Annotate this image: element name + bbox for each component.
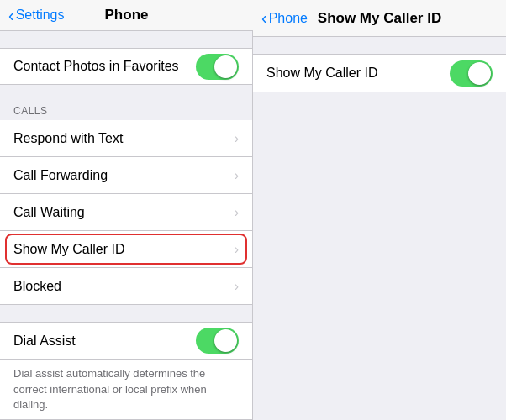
call-waiting-label: Call Waiting — [13, 205, 235, 220]
right-nav-bar: ‹ Phone Show My Caller ID — [253, 0, 506, 37]
respond-with-text-item[interactable]: Respond with Text › — [0, 120, 252, 157]
left-nav-title: Phone — [105, 7, 149, 24]
chevron-icon-forwarding: › — [235, 168, 239, 183]
caller-id-item[interactable]: Show My Caller ID — [253, 55, 506, 92]
chevron-icon-callerid: › — [235, 242, 239, 257]
right-content: Show My Caller ID — [253, 37, 506, 92]
dial-assist-toggle[interactable] — [196, 328, 239, 354]
call-waiting-item[interactable]: Call Waiting › — [0, 194, 252, 231]
right-back-chevron-icon: ‹ — [261, 8, 267, 28]
back-chevron-icon: ‹ — [8, 6, 14, 25]
phone-back-button[interactable]: ‹ Phone — [261, 8, 308, 28]
show-caller-id-item[interactable]: Show My Caller ID › — [0, 231, 252, 268]
dial-assist-label: Dial Assist — [13, 333, 196, 349]
dial-assist-description: Dial assist automatically determines the… — [0, 360, 252, 419]
left-nav-bar: ‹ Settings Phone — [0, 0, 253, 31]
dial-assist-group: Dial Assist Dial assist automatically de… — [0, 322, 252, 420]
call-forwarding-label: Call Forwarding — [13, 168, 235, 183]
caller-id-toggle[interactable] — [450, 60, 493, 87]
back-label: Settings — [16, 8, 65, 23]
show-caller-id-label: Show My Caller ID — [13, 242, 235, 257]
contact-photos-item[interactable]: Contact Photos in Favorites — [0, 48, 252, 85]
chevron-icon-respond: › — [235, 131, 239, 146]
blocked-item[interactable]: Blocked › — [0, 268, 252, 305]
contact-photos-section: Contact Photos in Favorites — [0, 48, 252, 85]
caller-id-section: Show My Caller ID — [253, 54, 506, 92]
dial-assist-toggle-knob — [214, 329, 237, 352]
contact-photos-toggle[interactable] — [196, 54, 239, 80]
calls-section-label: CALLS — [0, 98, 252, 120]
right-back-label: Phone — [269, 11, 308, 26]
dial-assist-item[interactable]: Dial Assist — [0, 323, 252, 360]
blocked-label: Blocked — [13, 279, 235, 294]
chevron-icon-blocked: › — [235, 279, 239, 294]
right-nav-title: Show My Caller ID — [318, 10, 441, 27]
calls-section: CALLS Respond with Text › Call Forwardin… — [0, 98, 252, 305]
toggle-knob — [214, 55, 237, 78]
call-forwarding-item[interactable]: Call Forwarding › — [0, 157, 252, 194]
caller-id-label: Show My Caller ID — [266, 66, 450, 81]
respond-with-text-label: Respond with Text — [13, 131, 235, 146]
chevron-icon-waiting: › — [235, 205, 239, 220]
right-panel: ‹ Phone Show My Caller ID Show My Caller… — [253, 0, 506, 420]
dial-assist-section: Dial Assist Dial assist automatically de… — [0, 322, 252, 420]
settings-back-button[interactable]: ‹ Settings — [8, 6, 64, 25]
contact-photos-label: Contact Photos in Favorites — [13, 59, 196, 74]
caller-id-toggle-knob — [468, 62, 491, 85]
left-panel: ‹ Settings Phone Contact Photos in Favor… — [0, 0, 253, 420]
